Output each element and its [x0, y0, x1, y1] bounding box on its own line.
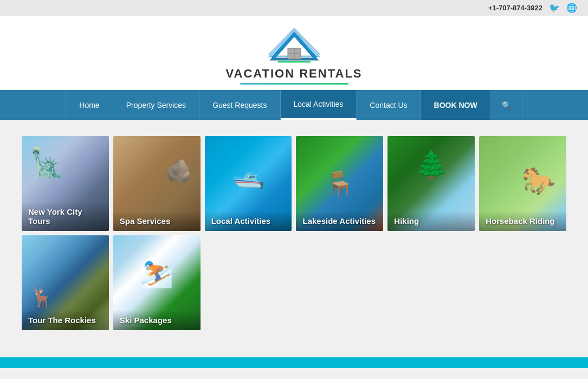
- nav-home[interactable]: Home: [66, 90, 113, 120]
- logo-container: VACATION RENTALS: [226, 27, 363, 85]
- card-lakeside-label: Lakeside Activities: [296, 211, 383, 231]
- logo-icon: [267, 27, 321, 65]
- nav-local-activities[interactable]: Local Activities: [281, 90, 357, 120]
- card-tour-rockies[interactable]: Tour The Rockies: [22, 235, 109, 330]
- site-underline: [240, 83, 348, 85]
- card-ski-label: Ski Packages: [113, 310, 201, 330]
- search-button[interactable]: 🔍: [491, 90, 522, 120]
- card-horseback-riding[interactable]: Horseback Riding: [479, 136, 566, 231]
- site-title: VACATION RENTALS: [226, 67, 363, 81]
- card-local-label: Local Activities: [205, 211, 292, 231]
- activities-grid-row1: New York City Tours Spa Services Local A…: [22, 136, 566, 231]
- activities-grid-row2: Tour The Rockies Ski Packages: [22, 235, 566, 330]
- nav-property-services[interactable]: Property Services: [113, 90, 199, 120]
- footer-bar: [0, 357, 588, 368]
- main-nav: Home Property Services Guest Requests Lo…: [0, 90, 588, 120]
- globe-icon[interactable]: 🌐: [566, 3, 577, 13]
- nav-guest-requests[interactable]: Guest Requests: [199, 90, 280, 120]
- card-lakeside-activities[interactable]: Lakeside Activities: [296, 136, 383, 231]
- card-spa-label: Spa Services: [113, 211, 201, 231]
- nav-book-now[interactable]: BOOK NOW: [421, 90, 491, 120]
- card-nyc-tours[interactable]: New York City Tours: [22, 136, 109, 231]
- search-icon: 🔍: [502, 101, 511, 110]
- twitter-icon[interactable]: 🐦: [549, 3, 560, 13]
- site-header: VACATION RENTALS: [0, 16, 588, 90]
- card-spa-services[interactable]: Spa Services: [113, 136, 201, 231]
- top-bar: +1-707-874-3922 🐦 🌐: [0, 0, 588, 16]
- card-local-activities[interactable]: Local Activities: [205, 136, 292, 231]
- phone-number: +1-707-874-3922: [488, 4, 542, 12]
- card-rockies-label: Tour The Rockies: [22, 310, 109, 330]
- main-content: New York City Tours Spa Services Local A…: [0, 120, 588, 346]
- card-hiking[interactable]: Hiking: [387, 136, 475, 231]
- card-ski-packages[interactable]: Ski Packages: [113, 235, 201, 330]
- nav-contact-us[interactable]: Contact Us: [357, 90, 421, 120]
- card-horseback-label: Horseback Riding: [479, 211, 566, 231]
- card-hiking-label: Hiking: [387, 211, 475, 231]
- card-nyc-label: New York City Tours: [22, 202, 109, 231]
